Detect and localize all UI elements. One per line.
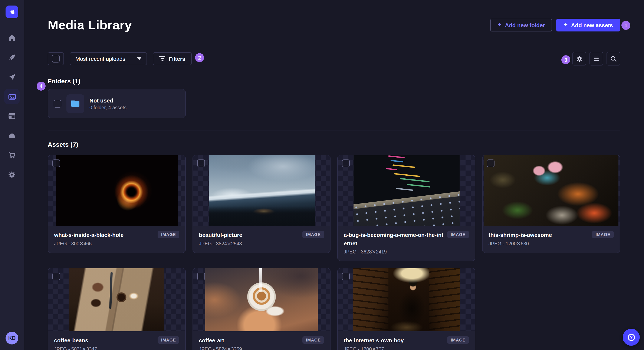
asset-info: coffee-beans JPEG - 5021✕3347 IMAGE [48,331,185,350]
sidebar-item-settings[interactable] [4,167,20,182]
folders-heading: Folders (1) [48,77,620,85]
asset-info: the-internet-s-own-boy JPEG - 1200✕707 I… [338,331,475,350]
home-icon [8,34,16,42]
asset-checkbox[interactable] [52,273,60,280]
asset-type-badge: IMAGE [158,231,179,238]
page-title: Media Library [48,18,132,32]
filters-button[interactable]: Filters [153,52,192,65]
asset-type-badge: IMAGE [447,231,469,238]
asset-card-bug-meme[interactable]: a-bug-is-becoming-a-meme-on-the-internet… [337,155,475,261]
sidebar-item-marketplace[interactable] [4,148,20,163]
plus-icon: + [498,21,502,28]
asset-checkbox[interactable] [52,160,60,167]
asset-info: coffee-art JPEG - 5824✕3259 IMAGE [193,331,330,350]
main-content: Media Library + Add new folder + Add new… [24,0,644,350]
asset-info: beautiful-picture JPEG - 3824✕2548 IMAGE [193,226,330,252]
asset-name: coffee-art [199,336,299,345]
sidebar-item-releases[interactable] [4,69,20,85]
list-view-button[interactable] [590,52,603,65]
asset-type-badge: IMAGE [592,231,614,238]
asset-image-mountains [208,155,314,226]
asset-card-shrimp[interactable]: this-shrimp-is-awesome JPEG - 1200✕630 I… [482,155,620,253]
annotation-badge-4: 4 [37,82,46,91]
asset-type-badge: IMAGE [302,336,324,344]
section-divider [48,131,620,131]
assets-heading: Assets (7) [48,141,620,148]
cloud-icon [8,131,16,140]
add-new-folder-button[interactable]: + Add new folder [490,19,552,31]
sidebar-item-content-manager[interactable] [4,50,20,65]
asset-card-internet-boy[interactable]: the-internet-s-own-boy JPEG - 1200✕707 I… [337,268,475,350]
header-actions: + Add new folder + Add new assets [490,19,620,31]
strapi-logo-icon [8,8,16,16]
asset-type-badge: IMAGE [302,231,324,238]
folder-checkbox[interactable] [54,100,61,107]
asset-card-black-hole[interactable]: what-s-inside-a-black-hole JPEG - 800✕46… [48,155,186,253]
toolbar: Most recent uploads Filters [48,52,620,65]
view-settings-button[interactable] [572,52,586,65]
asset-thumbnail [193,155,330,226]
asset-meta: JPEG - 1200✕707 [344,346,444,350]
asset-name: a-bug-is-becoming-a-meme-on-the-internet [344,231,444,247]
asset-image-shrimp [484,155,618,226]
asset-checkbox[interactable] [197,273,205,280]
asset-meta: JPEG - 3628✕2419 [344,249,444,255]
asset-card-coffee-art[interactable]: coffee-art JPEG - 5824✕3259 IMAGE [192,268,330,350]
annotation-badge-2: 2 [195,53,204,62]
add-new-assets-button[interactable]: + Add new assets [556,19,620,31]
asset-meta: JPEG - 3824✕2548 [199,240,299,246]
folder-text: Not used 0 folder, 4 assets [90,97,126,110]
folder-card[interactable]: Not used 0 folder, 4 assets [48,89,186,118]
chevron-down-icon [137,57,142,60]
feather-icon [8,53,16,62]
asset-image-library-boy [353,268,460,331]
avatar[interactable]: KD [6,332,18,345]
assets-row-1: what-s-inside-a-black-hole JPEG - 800✕46… [48,155,620,261]
asset-card-beautiful-picture[interactable]: beautiful-picture JPEG - 3824✕2548 IMAGE [192,155,330,253]
asset-image-black-hole [56,155,178,226]
sidebar-item-content-type-builder[interactable] [4,108,20,124]
asset-type-badge: IMAGE [158,336,179,344]
settings-gear-icon [576,55,583,62]
annotation-badge-1: 1 [622,21,630,30]
asset-name: this-shrimp-is-awesome [488,231,589,239]
sidebar-item-home[interactable] [4,30,20,45]
sidebar-divider [0,24,24,24]
plus-icon: + [564,21,568,28]
search-button[interactable] [606,52,620,65]
asset-meta: JPEG - 5021✕3347 [54,346,154,350]
folder-name: Not used [90,97,126,104]
asset-checkbox[interactable] [487,160,494,167]
asset-thumbnail [193,268,330,331]
assets-row-2: coffee-beans JPEG - 5021✕3347 IMAGE coff… [48,268,620,350]
sort-select[interactable]: Most recent uploads [70,52,147,65]
help-button[interactable]: ? [623,329,640,346]
asset-checkbox[interactable] [197,160,205,167]
filters-label: Filters [169,55,185,62]
select-all-checkbox[interactable] [52,55,60,62]
asset-name: coffee-beans [54,336,154,345]
sidebar-item-deploy[interactable] [4,128,20,143]
sidebar-footer: KD [0,326,24,350]
sidebar-item-media-library[interactable] [4,89,20,104]
asset-checkbox[interactable] [342,160,350,167]
asset-card-coffee-beans[interactable]: coffee-beans JPEG - 5021✕3347 IMAGE [48,268,186,350]
folder-meta: 0 folder, 4 assets [90,105,126,110]
folder-icon [71,100,80,108]
asset-info: what-s-inside-a-black-hole JPEG - 800✕46… [48,226,185,252]
gear-icon [8,171,16,179]
toolbar-left: Most recent uploads Filters [48,52,192,65]
asset-thumbnail [338,268,475,331]
asset-checkbox[interactable] [342,273,350,280]
strapi-logo[interactable] [6,5,18,18]
asset-info: this-shrimp-is-awesome JPEG - 1200✕630 I… [482,226,620,252]
question-mark-icon: ? [628,334,635,341]
asset-meta: JPEG - 1200✕630 [488,240,589,246]
list-view-icon [593,55,600,62]
cart-icon [8,151,16,160]
asset-meta: JPEG - 800✕466 [54,240,154,246]
annotation-badge-3: 3 [561,55,570,64]
asset-thumbnail [482,155,620,226]
select-all-field [48,52,64,65]
filter-icon [159,56,165,61]
